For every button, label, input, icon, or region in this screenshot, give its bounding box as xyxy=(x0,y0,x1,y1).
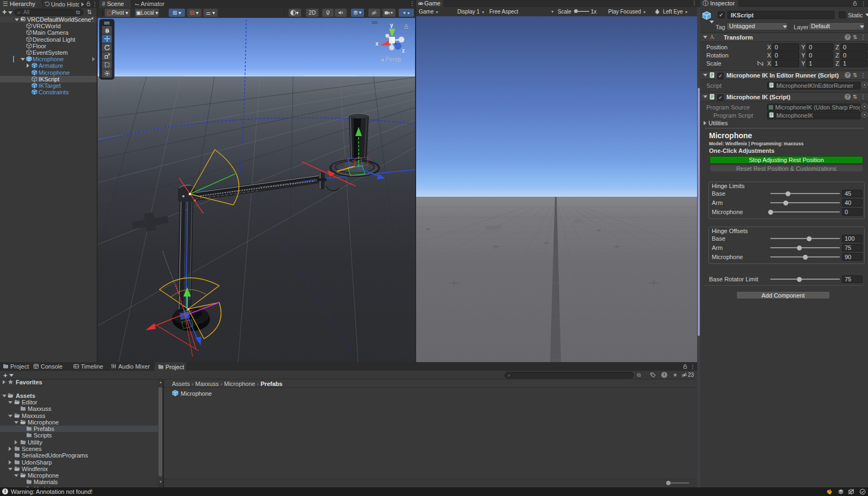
svg-text:z: z xyxy=(402,48,405,54)
svg-text:▮▮▮▮: ▮▮▮▮ xyxy=(573,218,583,223)
svg-text:x: x xyxy=(375,41,379,47)
svg-text:▮▮▮▮▮▮: ▮▮▮▮▮▮ xyxy=(486,224,502,230)
svg-text:y: y xyxy=(390,22,393,28)
